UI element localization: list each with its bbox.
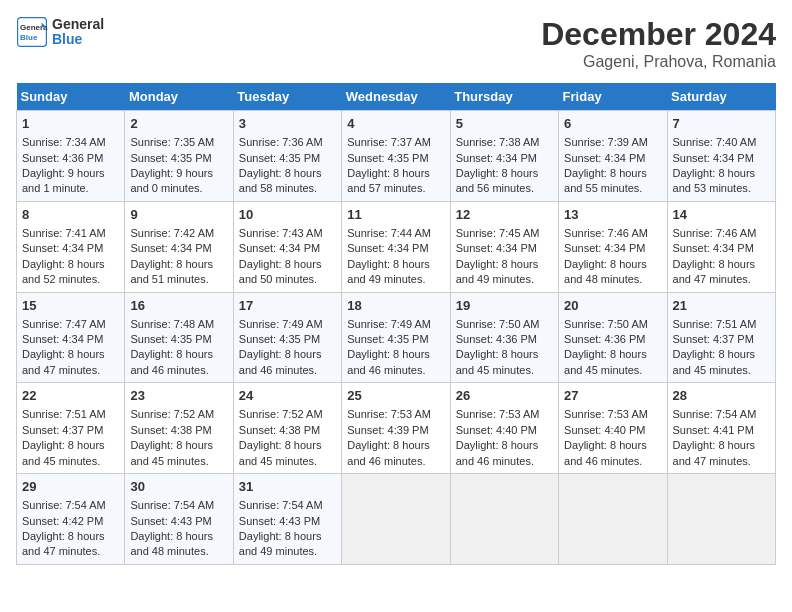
day-info: Sunrise: 7:41 AM	[22, 226, 119, 241]
day-info: Daylight: 8 hours	[130, 529, 227, 544]
day-info: Daylight: 8 hours	[673, 347, 770, 362]
logo: General Blue General Blue	[16, 16, 104, 48]
day-number: 20	[564, 297, 661, 315]
day-info: and 45 minutes.	[673, 363, 770, 378]
calendar-cell	[559, 474, 667, 565]
day-number: 1	[22, 115, 119, 133]
calendar-table: SundayMondayTuesdayWednesdayThursdayFrid…	[16, 83, 776, 565]
day-info: Sunset: 4:34 PM	[130, 241, 227, 256]
day-info: and 46 minutes.	[239, 363, 336, 378]
logo-general: General	[52, 16, 104, 32]
day-info: Sunset: 4:40 PM	[456, 423, 553, 438]
day-info: Daylight: 8 hours	[22, 438, 119, 453]
day-info: Sunrise: 7:46 AM	[564, 226, 661, 241]
day-number: 25	[347, 387, 444, 405]
logo-icon: General Blue	[16, 16, 48, 48]
day-info: Sunset: 4:39 PM	[347, 423, 444, 438]
day-number: 8	[22, 206, 119, 224]
day-info: Sunrise: 7:49 AM	[347, 317, 444, 332]
day-info: and 46 minutes.	[564, 454, 661, 469]
header-cell-saturday: Saturday	[667, 83, 775, 111]
day-info: Sunrise: 7:49 AM	[239, 317, 336, 332]
day-number: 3	[239, 115, 336, 133]
calendar-cell: 27Sunrise: 7:53 AMSunset: 4:40 PMDayligh…	[559, 383, 667, 474]
day-info: Sunset: 4:38 PM	[239, 423, 336, 438]
day-info: Sunset: 4:34 PM	[239, 241, 336, 256]
day-info: Sunset: 4:34 PM	[347, 241, 444, 256]
day-info: Sunset: 4:34 PM	[22, 241, 119, 256]
day-info: Sunset: 4:40 PM	[564, 423, 661, 438]
week-row-4: 22Sunrise: 7:51 AMSunset: 4:37 PMDayligh…	[17, 383, 776, 474]
day-info: Sunrise: 7:48 AM	[130, 317, 227, 332]
day-info: and 48 minutes.	[130, 544, 227, 559]
day-info: Sunrise: 7:50 AM	[564, 317, 661, 332]
day-info: and 47 minutes.	[673, 454, 770, 469]
calendar-cell: 4Sunrise: 7:37 AMSunset: 4:35 PMDaylight…	[342, 111, 450, 202]
day-info: Daylight: 8 hours	[564, 347, 661, 362]
day-info: and 47 minutes.	[673, 272, 770, 287]
day-info: and 45 minutes.	[456, 363, 553, 378]
calendar-cell: 20Sunrise: 7:50 AMSunset: 4:36 PMDayligh…	[559, 292, 667, 383]
header-cell-thursday: Thursday	[450, 83, 558, 111]
calendar-cell: 16Sunrise: 7:48 AMSunset: 4:35 PMDayligh…	[125, 292, 233, 383]
calendar-cell: 22Sunrise: 7:51 AMSunset: 4:37 PMDayligh…	[17, 383, 125, 474]
day-info: Sunrise: 7:51 AM	[22, 407, 119, 422]
day-info: Sunset: 4:36 PM	[22, 151, 119, 166]
day-info: Sunrise: 7:46 AM	[673, 226, 770, 241]
calendar-header: SundayMondayTuesdayWednesdayThursdayFrid…	[17, 83, 776, 111]
header-row: SundayMondayTuesdayWednesdayThursdayFrid…	[17, 83, 776, 111]
day-info: Sunrise: 7:37 AM	[347, 135, 444, 150]
day-info: Sunset: 4:34 PM	[456, 241, 553, 256]
calendar-cell: 30Sunrise: 7:54 AMSunset: 4:43 PMDayligh…	[125, 474, 233, 565]
calendar-cell: 17Sunrise: 7:49 AMSunset: 4:35 PMDayligh…	[233, 292, 341, 383]
logo-blue: Blue	[52, 31, 82, 47]
day-number: 10	[239, 206, 336, 224]
day-number: 12	[456, 206, 553, 224]
day-info: Daylight: 8 hours	[239, 529, 336, 544]
day-info: and 1 minute.	[22, 181, 119, 196]
calendar-cell: 23Sunrise: 7:52 AMSunset: 4:38 PMDayligh…	[125, 383, 233, 474]
week-row-2: 8Sunrise: 7:41 AMSunset: 4:34 PMDaylight…	[17, 201, 776, 292]
day-info: Sunset: 4:35 PM	[347, 332, 444, 347]
day-info: Sunset: 4:34 PM	[673, 241, 770, 256]
calendar-cell: 2Sunrise: 7:35 AMSunset: 4:35 PMDaylight…	[125, 111, 233, 202]
header-cell-sunday: Sunday	[17, 83, 125, 111]
calendar-cell: 12Sunrise: 7:45 AMSunset: 4:34 PMDayligh…	[450, 201, 558, 292]
calendar-cell: 10Sunrise: 7:43 AMSunset: 4:34 PMDayligh…	[233, 201, 341, 292]
day-info: Daylight: 9 hours	[22, 166, 119, 181]
day-info: Daylight: 8 hours	[22, 257, 119, 272]
day-info: Sunset: 4:41 PM	[673, 423, 770, 438]
day-number: 17	[239, 297, 336, 315]
calendar-cell: 25Sunrise: 7:53 AMSunset: 4:39 PMDayligh…	[342, 383, 450, 474]
day-info: Daylight: 8 hours	[347, 438, 444, 453]
day-number: 5	[456, 115, 553, 133]
day-info: Daylight: 8 hours	[673, 166, 770, 181]
header: General Blue General Blue December 2024 …	[16, 16, 776, 71]
calendar-cell: 7Sunrise: 7:40 AMSunset: 4:34 PMDaylight…	[667, 111, 775, 202]
day-info: Sunset: 4:34 PM	[673, 151, 770, 166]
day-info: Daylight: 8 hours	[239, 257, 336, 272]
day-info: and 51 minutes.	[130, 272, 227, 287]
header-cell-wednesday: Wednesday	[342, 83, 450, 111]
week-row-1: 1Sunrise: 7:34 AMSunset: 4:36 PMDaylight…	[17, 111, 776, 202]
calendar-cell: 29Sunrise: 7:54 AMSunset: 4:42 PMDayligh…	[17, 474, 125, 565]
calendar-cell: 3Sunrise: 7:36 AMSunset: 4:35 PMDaylight…	[233, 111, 341, 202]
day-info: and 45 minutes.	[22, 454, 119, 469]
day-info: Daylight: 8 hours	[239, 166, 336, 181]
day-info: Sunrise: 7:50 AM	[456, 317, 553, 332]
title-area: December 2024 Gageni, Prahova, Romania	[541, 16, 776, 71]
day-number: 21	[673, 297, 770, 315]
day-info: Sunrise: 7:51 AM	[673, 317, 770, 332]
day-info: Sunrise: 7:54 AM	[239, 498, 336, 513]
day-info: Daylight: 8 hours	[347, 166, 444, 181]
header-cell-monday: Monday	[125, 83, 233, 111]
calendar-cell	[667, 474, 775, 565]
day-number: 15	[22, 297, 119, 315]
day-info: Sunrise: 7:38 AM	[456, 135, 553, 150]
calendar-cell: 31Sunrise: 7:54 AMSunset: 4:43 PMDayligh…	[233, 474, 341, 565]
day-number: 16	[130, 297, 227, 315]
day-info: Sunset: 4:34 PM	[22, 332, 119, 347]
day-info: Sunrise: 7:36 AM	[239, 135, 336, 150]
day-info: Sunset: 4:42 PM	[22, 514, 119, 529]
week-row-3: 15Sunrise: 7:47 AMSunset: 4:34 PMDayligh…	[17, 292, 776, 383]
